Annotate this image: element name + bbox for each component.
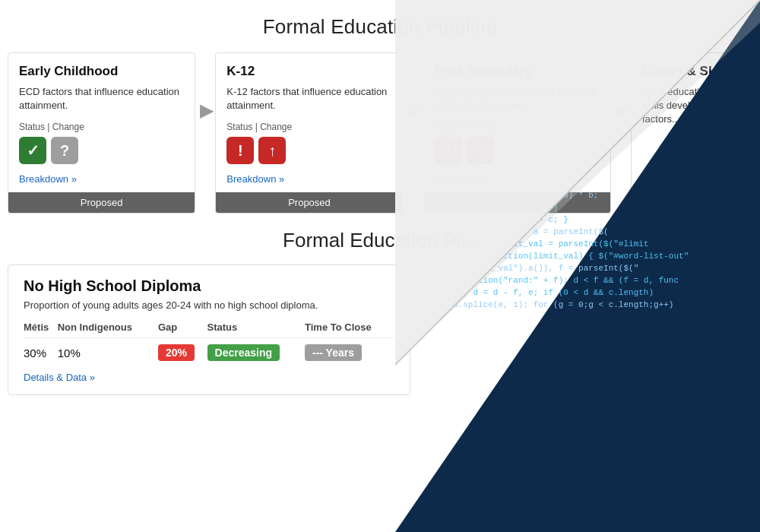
arrow-2: ▶ — [407, 7, 423, 214]
col-status: Status — [207, 321, 305, 338]
gap-badge: 20% — [158, 344, 195, 361]
val-status: Decreasing — [207, 338, 305, 365]
status-icon-alert-k12: ! — [226, 137, 254, 164]
bottom-section: Formal Education Pi... No High School Di… — [0, 214, 760, 395]
card-k12: K-12 K-12 factors that influence educati… — [215, 52, 403, 214]
card-desc-post-secondary: Post secondary factors that influence ed… — [435, 85, 600, 112]
arrow-3: ▶ — [614, 7, 631, 214]
card-footer-post-secondary: P... — [424, 192, 610, 213]
card-title-post-secondary: Post Secondary — [435, 64, 600, 79]
arrow-1: ▶ — [198, 7, 215, 214]
top-section: Formal Education Pipeline Early Childhoo… — [0, 0, 760, 214]
detail-card-desc: Proportion of young adults ages 20-24 wi… — [24, 299, 394, 311]
card-footer-k12: Proposed — [216, 192, 402, 213]
status-icon-up-k12: ↑ — [258, 137, 286, 164]
card-early-childhood: Early Childhood ECD factors that influen… — [8, 52, 195, 214]
detail-card-title: No High School Diploma — [24, 277, 394, 295]
status-icons-early-childhood: ✓ ? — [19, 137, 184, 164]
status-label-post-secondary: Status | Change — [435, 122, 600, 132]
status-label-k12: Status | Change — [226, 122, 391, 132]
detail-table: Métis Non Indigenous Gap Status Time To … — [24, 321, 394, 364]
col-metis: Métis — [24, 321, 58, 338]
status-icons-post-secondary: ! ↑ — [435, 137, 600, 164]
col-non-indigenous: Non Indigenous — [58, 321, 158, 338]
card-desc-k12: K-12 factors that influence education at… — [226, 85, 391, 112]
breakdown-link-k12[interactable]: Breakdown » — [226, 173, 284, 185]
page-title: Formal Education Pipeline — [8, 15, 752, 39]
breakdown-link-early-childhood[interactable]: Breakdown » — [19, 173, 77, 185]
pipeline-cards: Early Childhood ECD factors that influen… — [8, 52, 752, 214]
col-gap: Gap — [158, 321, 207, 338]
status-badge: Decreasing — [207, 344, 280, 361]
val-non-indigenous: 10% — [58, 338, 158, 365]
details-data-link[interactable]: Details & Data » — [24, 372, 95, 383]
col-time-to-close: Time To Close — [305, 321, 394, 338]
card-footer-early-childhood: Proposed — [8, 192, 195, 213]
detail-card: No High School Diploma Proportion of you… — [8, 264, 410, 395]
status-label-early-childhood: Status | Change — [19, 122, 184, 132]
card-title-early-childhood: Early Childhood — [19, 64, 184, 79]
status-icons-k12: ! ↑ — [226, 137, 391, 164]
breakdown-link-post-secondary[interactable]: Breakdown » — [435, 173, 492, 185]
bottom-title: Formal Education Pi... — [8, 229, 752, 252]
card-desc-early-childhood: ECD factors that influence education att… — [19, 85, 184, 112]
val-gap: 20% — [158, 338, 207, 365]
status-icon-up-ps: ↑ — [467, 137, 494, 164]
status-icon-alert-ps: ! — [435, 137, 462, 164]
val-metis: 30% — [24, 338, 58, 365]
status-icon-question: ? — [51, 137, 78, 164]
time-badge: --- Years — [305, 344, 362, 361]
card-career-skills: Career & Skills Adult education and skil… — [631, 52, 752, 214]
table-row: 30% 10% 20% Decreasing --- Years — [24, 338, 394, 365]
card-post-secondary: Post Secondary Post secondary factors th… — [423, 52, 611, 214]
val-time-to-close: --- Years — [305, 338, 394, 365]
status-icon-check: ✓ — [19, 137, 46, 164]
card-desc-career-skills: Adult education and skills development f… — [642, 85, 741, 127]
card-title-career-skills: Career & Skills — [642, 64, 741, 79]
card-title-k12: K-12 — [226, 64, 391, 79]
